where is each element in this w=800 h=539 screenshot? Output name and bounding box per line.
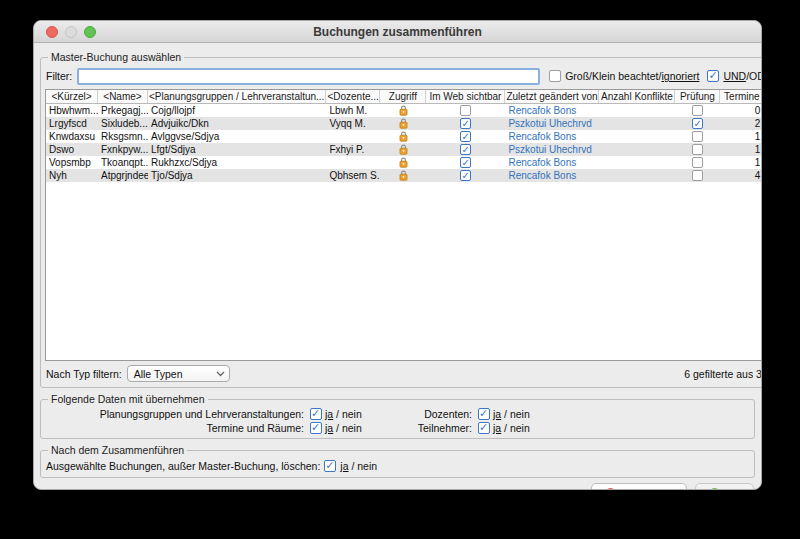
close-button[interactable] <box>46 26 58 38</box>
column-header-zugriff[interactable]: Zugriff <box>380 90 426 103</box>
changed-by-link[interactable]: Rencafok Bons <box>508 156 576 169</box>
im_web-checkbox[interactable] <box>460 170 471 181</box>
cell-dozent: Fxhyi P. <box>326 143 380 156</box>
cell-name: Fxnkpyw... <box>98 143 148 156</box>
cell-kuerzel: Hbwhwm... <box>46 104 98 117</box>
cell-pruefung <box>675 169 720 182</box>
cell-zuletzt: Rencafok Bons <box>505 169 599 182</box>
ja-nein-label: ja / nein <box>325 408 362 420</box>
minimize-button[interactable] <box>65 26 77 38</box>
column-header-gruppen[interactable]: <Planungsgruppen / Lehrveranstaltun... <box>148 90 326 103</box>
pruefung-checkbox[interactable] <box>692 131 703 142</box>
cell-dozent <box>326 156 380 169</box>
pruefung-checkbox[interactable] <box>692 157 703 168</box>
cell-im_web <box>426 117 505 130</box>
zoom-button[interactable] <box>84 26 96 38</box>
cell-termine: 1 <box>720 143 762 156</box>
cell-im_web <box>426 130 505 143</box>
im_web-checkbox[interactable] <box>460 144 471 155</box>
column-header-termine[interactable]: Termine <box>720 90 762 103</box>
teilnehmer-checkbox[interactable] <box>478 422 490 434</box>
cell-im_web <box>426 156 505 169</box>
und-oder-label: UND/ODER <box>723 70 762 82</box>
changed-by-link[interactable]: Rencafok Bons <box>508 104 576 117</box>
cell-pruefung <box>675 117 720 130</box>
ok-button[interactable]: ✓ OK <box>695 483 754 490</box>
cell-konflikte <box>599 143 675 156</box>
cell-termine: 1 <box>720 156 762 169</box>
type-filter-select[interactable]: Alle Typen <box>127 365 230 382</box>
cancel-button[interactable]: ✕ Abbrechen <box>591 483 687 490</box>
lock-icon <box>399 157 408 168</box>
delete-bookings-checkbox[interactable] <box>324 460 336 472</box>
chevron-down-icon <box>216 371 225 377</box>
changed-by-link[interactable]: Pszkotui Uhechrvd <box>508 117 591 130</box>
master-selection-group: Master-Buchung auswählen Filter: Groß/Kl… <box>40 51 762 388</box>
traffic-lights <box>46 21 96 42</box>
pruefung-checkbox[interactable] <box>692 144 703 155</box>
cell-gruppen: Avlggvse/Sdjya <box>148 130 326 143</box>
cell-konflikte <box>599 169 675 182</box>
delete-option-label: Ausgewählte Buchungen, außer Master-Buch… <box>46 460 320 472</box>
cell-kuerzel: Nyh <box>46 169 98 182</box>
column-header-name[interactable]: <Name> <box>98 90 148 103</box>
button-row: ✕ Abbrechen ✓ OK <box>40 478 755 490</box>
cell-name: Atpgrjndee <box>98 169 148 182</box>
column-header-kuerzel[interactable]: <Kürzel> <box>46 90 98 103</box>
pruefung-checkbox[interactable] <box>692 170 703 181</box>
cell-konflikte <box>599 130 675 143</box>
cell-konflikte <box>599 104 675 117</box>
type-filter-row: Nach Typ filtern: Alle Typen 6 gefiltert… <box>45 363 762 384</box>
cell-termine: 0 <box>720 104 762 117</box>
lock-icon <box>399 170 408 181</box>
lock-icon <box>399 118 408 129</box>
filter-input[interactable] <box>77 68 540 85</box>
table-row[interactable]: KnwdaxsuRksgsmn...Avlggvse/SdjyaRencafok… <box>46 130 762 143</box>
column-header-im_web[interactable]: Im Web sichtbar <box>426 90 505 103</box>
pruefung-checkbox[interactable] <box>692 105 703 116</box>
termine-raeume-checkbox[interactable] <box>310 422 322 434</box>
ja-nein-label: ja / nein <box>340 460 377 472</box>
cell-konflikte <box>599 156 675 169</box>
changed-by-link[interactable]: Rencafok Bons <box>508 169 576 182</box>
type-filter-value: Alle Typen <box>134 368 216 380</box>
type-filter-label: Nach Typ filtern: <box>46 368 122 380</box>
table-row[interactable]: DswoFxnkpyw...Lfgt/SdjyaFxhyi P.Pszkotui… <box>46 143 762 156</box>
pruefung-checkbox[interactable] <box>692 118 703 129</box>
cell-gruppen: Rukhzxc/Sdjya <box>148 156 326 169</box>
table-row[interactable]: Hbwhwm...Prkegagj...Cojg/llojpfLbwh M.Re… <box>46 104 762 117</box>
data-transfer-legend: Folgende Daten mit übernehmen <box>48 393 208 405</box>
planungsgruppen-checkbox[interactable] <box>310 408 322 420</box>
cell-zuletzt: Rencafok Bons <box>505 130 599 143</box>
table-row[interactable]: NyhAtpgrjndeeTjo/SdjyaQbhsem S.Rencafok … <box>46 169 762 182</box>
im_web-checkbox[interactable] <box>460 131 471 142</box>
master-group-legend: Master-Buchung auswählen <box>48 51 184 63</box>
column-header-dozent[interactable]: <Dozente... <box>326 90 380 103</box>
ok-icon: ✓ <box>709 488 720 491</box>
column-header-konflikte[interactable]: Anzahl Konflikte <box>599 90 675 103</box>
cell-name: Rksgsmn... <box>98 130 148 143</box>
cell-pruefung <box>675 130 720 143</box>
cell-gruppen: Cojg/llojpf <box>148 104 326 117</box>
im_web-checkbox[interactable] <box>460 105 471 116</box>
dozenten-checkbox[interactable] <box>478 408 490 420</box>
option-label-termine-raeume: Termine und Räume: <box>46 422 310 434</box>
option-label-dozenten: Dozenten: <box>412 408 478 420</box>
column-header-pruefung[interactable]: Prüfung <box>675 90 720 103</box>
lock-icon <box>399 105 408 116</box>
cell-dozent: Lbwh M. <box>326 104 380 117</box>
table-row[interactable]: LrgyfscdSixludeb...Advjuikc/DknVyqq M.Ps… <box>46 117 762 130</box>
changed-by-link[interactable]: Pszkotui Uhechrvd <box>508 143 591 156</box>
im_web-checkbox[interactable] <box>460 157 471 168</box>
cell-im_web <box>426 169 505 182</box>
im_web-checkbox[interactable] <box>460 118 471 129</box>
lock-icon <box>399 131 408 142</box>
changed-by-link[interactable]: Rencafok Bons <box>508 130 576 143</box>
case-sensitive-checkbox[interactable] <box>549 70 561 82</box>
after-merge-group: Nach dem Zusammenführen Ausgewählte Buch… <box>40 444 755 478</box>
und-oder-checkbox[interactable] <box>707 70 719 82</box>
table-row[interactable]: VopsmbpTkoanqpt...Rukhzxc/SdjyaRencafok … <box>46 156 762 169</box>
cell-termine: 1 <box>720 130 762 143</box>
after-merge-legend: Nach dem Zusammenführen <box>48 444 187 456</box>
column-header-zuletzt[interactable]: Zuletzt geändert von <box>505 90 599 103</box>
